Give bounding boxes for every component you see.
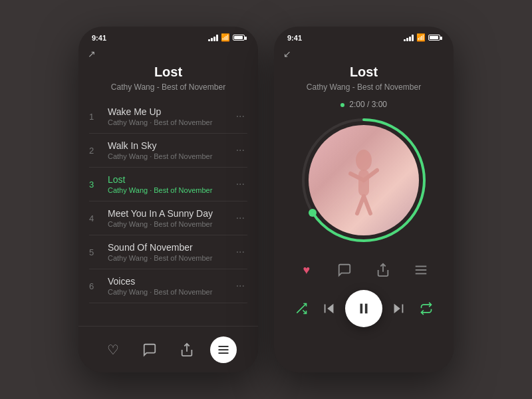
track-header-right: Lost Cathy Wang - Best of November [274,62,454,100]
bar2r [406,38,408,41]
bottom-bar: ♡ [78,326,258,372]
bar4 [216,35,218,41]
track-name: Walk In Sky [108,140,233,151]
track-list: 1Wake Me UpCathy Wang · Best of November… [78,100,258,303]
track-info: LostCathy Wang · Best of November [108,174,233,194]
track-header-left: Lost Cathy Wang - Best of November [78,62,258,100]
track-more-button[interactable]: ··· [233,212,247,224]
battery-fill-right [430,36,438,39]
track-info: Meet You In A Sunny DayCathy Wang · Best… [108,208,233,228]
track-info: Sound Of NovemberCathy Wang · Best of No… [108,242,233,262]
track-meta: Cathy Wang · Best of November [108,220,233,228]
track-item[interactable]: 6VoicesCathy Wang · Best of November··· [89,269,247,303]
svg-line-11 [364,196,370,213]
track-more-button[interactable]: ··· [233,246,247,258]
track-item[interactable]: 3LostCathy Wang · Best of November··· [89,168,247,201]
controls-row [287,290,440,327]
progress-dot [309,209,317,217]
next-button[interactable] [386,297,410,321]
wifi-icon: 📶 [221,33,230,42]
track-number: 3 [89,180,102,190]
track-meta: Cathy Wang · Best of November [108,186,233,194]
action-row: ♥ [287,258,440,282]
album-container [301,117,427,243]
bar4r [412,35,414,41]
track-item[interactable]: 4Meet You In A Sunny DayCathy Wang · Bes… [89,201,247,235]
status-bar-left: 9:41 📶 [78,27,258,46]
album-figure [337,140,390,220]
svg-marker-22 [394,304,400,314]
time-display: 2:00 / 3:00 [340,100,387,109]
track-meta: Cathy Wang · Best of November [108,254,233,262]
track-number: 1 [89,112,102,122]
comment-button-right[interactable] [332,258,356,282]
phone-right: 9:41 📶 ↙ Lost Cathy Wang - Best of Novem… [274,27,454,372]
svg-rect-21 [365,304,368,314]
pause-button[interactable] [345,290,382,327]
track-more-button[interactable]: ··· [233,178,247,190]
share-button-left[interactable] [174,336,200,363]
svg-marker-18 [327,304,333,314]
track-item[interactable]: 1Wake Me UpCathy Wang · Best of November… [89,100,247,134]
track-name: Sound Of November [108,242,233,253]
track-subtitle-left: Cathy Wang - Best of November [92,82,245,92]
track-number: 5 [89,247,102,257]
time-text: 2:00 / 3:00 [349,100,387,109]
bar3r [409,37,411,41]
bar1r [404,39,406,41]
signal-bars [208,35,218,41]
bar3 [213,37,215,41]
phone-left: 9:41 📶 ↗ Lost Cathy Wang - Best of Novem… [78,27,258,372]
svg-rect-7 [358,170,369,196]
collapse-button[interactable]: ↗ [78,46,258,62]
repeat-button[interactable] [414,297,438,321]
track-meta: Cathy Wang · Best of November [108,118,233,126]
track-name: Meet You In A Sunny Day [108,208,233,219]
player-area: 2:00 / 3:00 [274,100,454,327]
comment-button-left[interactable] [136,336,163,363]
time-right: 9:41 [287,34,302,42]
track-info: Wake Me UpCathy Wang · Best of November [108,106,233,126]
shuffle-button[interactable] [289,297,313,321]
track-info: Walk In SkyCathy Wang · Best of November [108,140,233,160]
time-left: 9:41 [92,34,106,42]
track-more-button[interactable]: ··· [233,144,247,156]
album-art [309,125,419,235]
signal-bars-right [404,35,414,41]
track-subtitle-right: Cathy Wang - Best of November [287,82,440,92]
track-name: Wake Me Up [108,106,233,117]
track-meta: Cathy Wang · Best of November [108,288,233,296]
track-title-left: Lost [92,65,245,80]
battery-icon-right [428,35,440,41]
track-name: Voices [108,276,233,287]
list-button-left[interactable] [210,336,237,363]
heart-button-left[interactable]: ♡ [100,336,126,363]
battery-icon [233,35,245,41]
bar2 [211,38,213,41]
track-item[interactable]: 2Walk In SkyCathy Wang · Best of Novembe… [89,134,247,168]
track-number: 2 [89,146,102,156]
prev-button[interactable] [317,297,341,321]
bar1 [208,39,210,41]
status-bar-right: 9:41 📶 [274,27,454,46]
time-dot [340,103,344,107]
track-info: VoicesCathy Wang · Best of November [108,276,233,296]
heart-button-right[interactable]: ♥ [295,258,319,282]
wifi-icon-right: 📶 [416,33,426,42]
track-title-right: Lost [287,65,440,80]
track-item[interactable]: 5Sound Of NovemberCathy Wang · Best of N… [89,235,247,269]
track-number: 4 [89,213,102,223]
svg-rect-20 [360,304,363,314]
track-number: 6 [89,281,102,291]
share-button-right[interactable] [371,258,395,282]
status-icons-left: 📶 [208,33,245,42]
track-name: Lost [108,174,233,185]
svg-point-6 [356,150,372,171]
expand-button[interactable]: ↙ [274,46,454,62]
track-more-button[interactable]: ··· [233,280,247,292]
track-meta: Cathy Wang · Best of November [108,152,233,160]
status-icons-right: 📶 [404,33,440,42]
battery-fill [234,36,243,39]
list-button-right[interactable] [409,258,433,282]
track-more-button[interactable]: ··· [233,110,247,122]
